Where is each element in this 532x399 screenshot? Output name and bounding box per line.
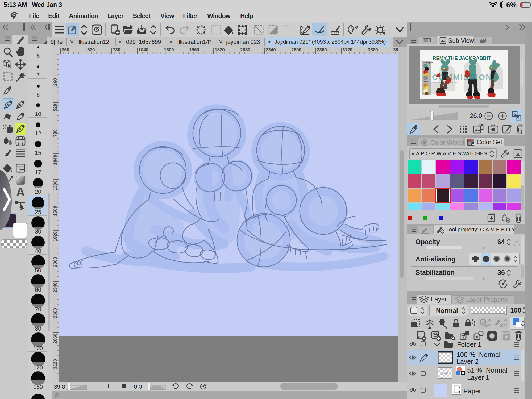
svg-text:EXAMPLE ARTWORK: EXAMPLE ARTWORK bbox=[433, 81, 458, 84]
svg-text:-ClothingFur-: -ClothingFur- bbox=[422, 62, 433, 64]
svg-text:COMMISSION: COMMISSION bbox=[432, 73, 492, 81]
svg-text:- Eyes -: - Eyes - bbox=[423, 81, 430, 83]
